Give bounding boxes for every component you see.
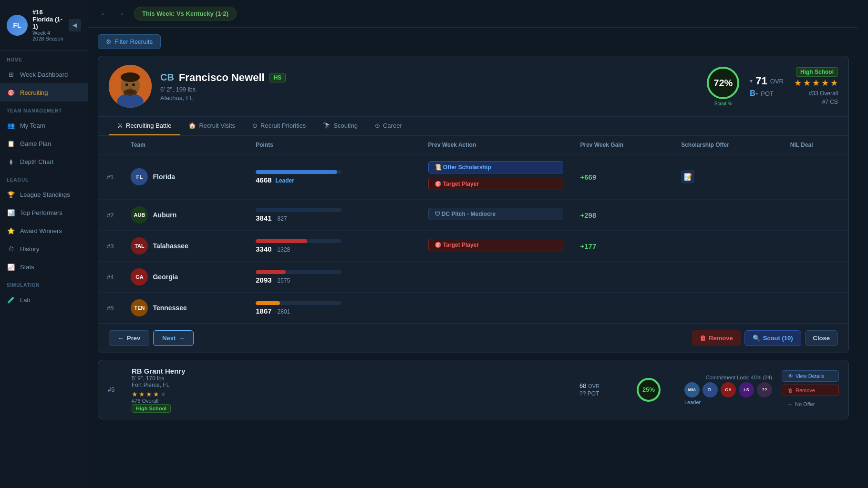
sidebar-item-lab[interactable]: 🧪 Lab	[0, 291, 88, 309]
table-row: #4 GA Georgia 2093 -2575	[98, 262, 848, 293]
stats-icon: 📈	[7, 263, 15, 271]
team-logo: AUB	[131, 206, 148, 224]
row-scholarship-offer: 📝	[672, 154, 782, 200]
star-4: ★	[821, 78, 829, 88]
row-rank: #1	[98, 154, 122, 200]
chart-icon: 📊	[7, 208, 15, 217]
player-location: Alachua, FL	[160, 94, 698, 102]
nav-back-button[interactable]: ←	[98, 8, 111, 20]
ovr-block: ▾ 71 OVR B- POT	[750, 75, 784, 98]
sidebar-team-info: #16 Florida (1-1) Week 4 2028 Season	[32, 9, 64, 41]
row-nil-deal	[782, 262, 848, 293]
tab-recruit-priorities[interactable]: ⊙ Recruit Priorities	[244, 117, 314, 135]
close-button[interactable]: Close	[805, 330, 838, 346]
next-arrow-icon: →	[178, 335, 185, 342]
team-name: Georgia	[153, 273, 178, 281]
sidebar-week: Week 4	[32, 30, 64, 36]
points-leader-label: Leader	[276, 177, 294, 184]
row-nil-deal	[782, 154, 848, 200]
prev-arrow-icon: ←	[118, 335, 124, 342]
scholarship-icon[interactable]: 📝	[681, 170, 694, 183]
points-diff: -2801	[276, 308, 290, 315]
sidebar-collapse-button[interactable]: ◀	[69, 19, 81, 31]
action-badge-target[interactable]: 🎯 Target Player	[428, 239, 563, 251]
next-button[interactable]: Next →	[153, 330, 194, 346]
svg-point-6	[132, 83, 135, 86]
points-diff: -827	[276, 215, 287, 222]
tab-recruiting-battle[interactable]: ⚔ Recruiting Battle	[109, 117, 180, 135]
sidebar-item-top-performers[interactable]: 📊 Top Performers	[0, 203, 88, 222]
star-3: ★	[812, 78, 820, 88]
sidebar-item-history[interactable]: ⏱ History	[0, 240, 88, 258]
player-modal: CB Francisco Newell HS 6' 2", 199 lbs Al…	[98, 56, 849, 353]
nav-forward-button[interactable]: →	[114, 8, 127, 20]
team-cell: AUB Auburn	[131, 206, 238, 224]
scout-circle: 72%	[707, 67, 739, 99]
brow-team-mia: MIA	[684, 382, 700, 397]
points-bar	[256, 170, 337, 174]
filter-recruits-button[interactable]: ⚙ Filter Recruits	[98, 34, 161, 49]
remove-button[interactable]: 🗑 Remove	[692, 330, 741, 346]
pot-tag: POT	[761, 90, 774, 97]
bottom-row-stars: ★ ★ ★ ★ ★	[132, 390, 570, 398]
row-scholarship-offer	[672, 231, 782, 262]
avatar: FL	[7, 15, 28, 36]
row-prev-gain	[572, 262, 673, 293]
sidebar-item-game-plan[interactable]: 📋 Game Plan	[0, 134, 88, 152]
sidebar-section-team-management: TEAM MANAGEMENT	[0, 102, 88, 116]
ratings-section: 72% Scout % ▾ 71 OVR B- POT	[707, 67, 838, 106]
week-badge: This Week: Vs Kentucky (1-2)	[134, 7, 237, 20]
row-rank: #3	[98, 231, 122, 262]
bottom-row-stats: 68 OVR ?? POT	[579, 382, 627, 397]
tab-scouting[interactable]: 🔭 Scouting	[314, 117, 366, 135]
points-row: 4668 Leader	[256, 176, 411, 184]
row-prev-gain: +177	[572, 231, 673, 262]
tab-recruit-visits[interactable]: 🏠 Recruit Visits	[180, 117, 244, 135]
action-badge-target[interactable]: 🎯 Target Player	[428, 178, 563, 190]
points-number: 3841	[256, 214, 271, 222]
row-nil-deal	[782, 231, 848, 262]
action-col: 🎯 Target Player	[428, 239, 563, 254]
action-badge-scholarship[interactable]: 📜 Offer Scholarship	[428, 161, 563, 173]
sidebar-item-stats[interactable]: 📈 Stats	[0, 258, 88, 276]
pot-line: B- POT	[750, 89, 784, 98]
row-prev-action: 📜 Offer Scholarship🎯 Target Player	[420, 154, 572, 200]
points-bar-wrap	[256, 270, 341, 274]
no-offer-button[interactable]: → No Offer	[782, 399, 839, 409]
svg-point-5	[125, 83, 128, 86]
row-team: AUB Auburn	[122, 200, 247, 231]
player-avatar-circle	[109, 65, 152, 108]
sidebar-item-depth-chart[interactable]: ⧫ Depth Chart	[0, 152, 88, 171]
scout-button[interactable]: 🔍 Scout (10)	[744, 330, 801, 346]
sidebar-item-my-team[interactable]: 👥 My Team	[0, 116, 88, 134]
row-points: 1867 -2801	[247, 293, 419, 324]
points-bar	[256, 208, 318, 212]
brow-remove-button[interactable]: 🗑 Remove	[782, 385, 839, 396]
prev-button[interactable]: ← Prev	[109, 330, 149, 346]
sidebar-section-league: LEAGUE	[0, 171, 88, 185]
points-diff: -2575	[276, 277, 290, 284]
view-details-button[interactable]: 👁 View Details	[782, 370, 839, 382]
bottom-recruit-row: #5 RB Grant Henry 5' 9", 170 lbs Fort Pi…	[98, 360, 849, 419]
player-school-type: HS	[269, 73, 286, 82]
bottom-row-pot: ?? POT	[579, 390, 627, 397]
sidebar-item-award-winners[interactable]: ⭐ Award Winners	[0, 222, 88, 240]
team-cell: FL Florida	[131, 168, 238, 185]
brow-team-unknown: ??	[757, 382, 772, 397]
sidebar-item-week-dashboard[interactable]: ⊞ Week Dashboard	[0, 65, 88, 83]
sidebar-header: FL #16 Florida (1-1) Week 4 2028 Season …	[0, 0, 88, 51]
bottom-row-info: RB Grant Henry 5' 9", 170 lbs Fort Pierc…	[132, 367, 570, 412]
tab-career[interactable]: ⊙ Career	[366, 117, 411, 135]
bottom-row-rank-label: #76 Overall	[132, 398, 570, 404]
row-scholarship-offer	[672, 293, 782, 324]
action-col: 🛡 DC Pitch - Mediocre	[428, 208, 563, 223]
priorities-icon: ⊙	[252, 122, 258, 129]
sidebar-item-recruiting[interactable]: 🎯 Recruiting	[0, 83, 88, 102]
row-prev-gain: +669	[572, 154, 673, 200]
star-5: ★	[830, 78, 838, 88]
sidebar-item-league-standings[interactable]: 🏆 League Standings	[0, 185, 88, 203]
school-badge: High School	[796, 67, 838, 77]
star-1: ★	[794, 78, 802, 88]
row-team: GA Georgia	[122, 262, 247, 293]
scout-icon: 🔍	[753, 335, 760, 342]
